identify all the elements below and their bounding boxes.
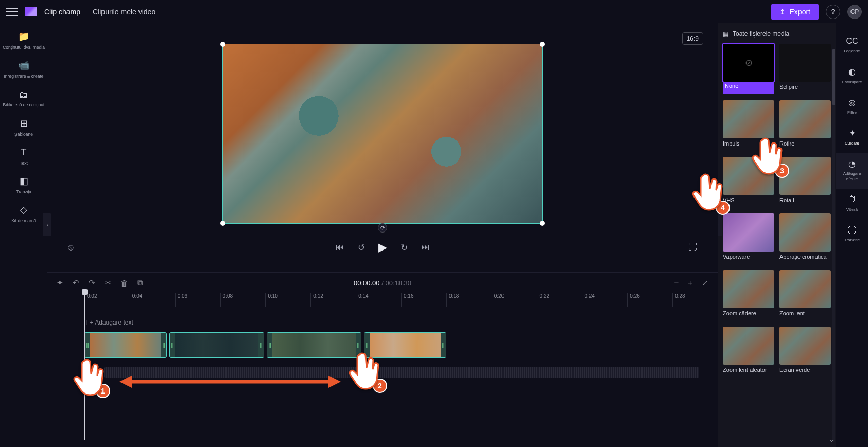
sidebar-item[interactable]: 🗂Bibliotecă de conținut <box>0 85 47 114</box>
resize-handle-tl[interactable] <box>220 42 225 47</box>
help-button[interactable]: ? <box>826 5 840 19</box>
ruler-tick: 0:20 <box>492 293 537 307</box>
timeline-clip[interactable]: |||| <box>169 332 264 358</box>
playhead[interactable] <box>84 293 85 440</box>
effect-label: Vaporware <box>723 254 774 266</box>
effect-item[interactable]: VHS <box>723 157 774 209</box>
right-nav-item[interactable]: ✦Culoare <box>836 122 868 153</box>
play-button[interactable]: ▶ <box>378 241 387 254</box>
right-nav-item[interactable]: ⏱Viteză <box>836 189 868 220</box>
panel-collapse-button[interactable]: ‹ <box>718 213 722 236</box>
redo-button[interactable]: ↷ <box>89 278 95 288</box>
nav-icon: 📹 <box>2 60 45 71</box>
rotate-handle[interactable]: ⟳ <box>378 223 387 233</box>
right-nav-item[interactable]: ◐Estompare <box>836 61 868 92</box>
nav-label: Șabloane <box>2 132 45 137</box>
effect-item[interactable]: Aberație cromatică <box>779 213 831 266</box>
sidebar-item[interactable]: 📹Înregistrare & create <box>0 56 47 85</box>
skip-forward-button[interactable]: ⏭ <box>421 242 430 253</box>
duplicate-button[interactable]: ⧉ <box>137 278 143 288</box>
right-nav-item[interactable]: CCLegende <box>836 30 868 61</box>
effect-thumbnail <box>723 213 774 252</box>
timeline-clip[interactable]: |||| <box>84 332 167 358</box>
effect-thumbnail <box>779 270 831 308</box>
effect-item[interactable]: Zoom cădere <box>723 270 774 323</box>
right-nav-item[interactable]: ⛶Tranziție <box>836 219 868 250</box>
effect-item[interactable]: Rotire <box>779 100 831 153</box>
add-audio-button[interactable]: + A <box>92 369 100 376</box>
zoom-in-button[interactable]: + <box>688 278 692 288</box>
effect-item[interactable]: Zoom lent aleator <box>723 327 774 379</box>
timeline-clip[interactable]: |||| <box>267 332 361 358</box>
rewind-5-button[interactable]: ↺ <box>358 242 365 253</box>
nav-icon: ⏱ <box>837 194 867 205</box>
right-nav-item[interactable]: ◎Filtre <box>836 92 868 122</box>
fit-button[interactable]: ⤢ <box>702 278 708 288</box>
annotation-number: 4 <box>716 201 730 215</box>
fullscreen-button[interactable]: ⛶ <box>688 242 697 253</box>
nav-label: Kit de marcă <box>2 218 45 223</box>
effect-label: Aberație cromatică <box>779 254 831 266</box>
nav-label: Bibliotecă de conținut <box>2 102 45 108</box>
nav-icon: ◧ <box>2 176 45 187</box>
sidebar-item[interactable]: TText <box>0 143 47 172</box>
sidebar-item[interactable]: 📁Conținutul dvs. media <box>0 27 47 56</box>
nav-icon: ◇ <box>2 205 45 216</box>
app-logo <box>25 7 37 16</box>
nav-icon: ⊞ <box>2 118 45 130</box>
effect-thumbnail <box>779 327 831 365</box>
resize-handle-bl[interactable] <box>220 221 225 226</box>
media-icon: ▦ <box>723 30 728 38</box>
delete-button[interactable]: 🗑 <box>120 279 128 288</box>
breadcrumb[interactable]: Clipurile mele video <box>88 6 161 18</box>
audio-waveform[interactable] <box>104 367 699 378</box>
effect-label: Zoom lent aleator <box>723 367 774 379</box>
nav-label: Text <box>2 160 45 166</box>
timeline-clip[interactable]: |||| <box>364 332 446 358</box>
avatar[interactable]: CP <box>847 5 862 19</box>
effect-item[interactable]: Impuls <box>723 100 774 153</box>
effect-thumbnail <box>723 157 774 195</box>
aspect-ratio-button[interactable]: 16:9 <box>682 32 703 45</box>
preview-canvas[interactable]: ⟳ <box>222 44 543 224</box>
nav-label: Adăugare efecte <box>837 171 867 181</box>
resize-handle-br[interactable] <box>540 221 545 226</box>
nav-icon: 📁 <box>2 31 45 43</box>
effect-label: Zoom cădere <box>723 310 774 323</box>
scrollbar[interactable] <box>832 49 835 442</box>
nav-icon: ◎ <box>837 97 867 108</box>
magic-tool-button[interactable]: ✦ <box>57 278 63 288</box>
sidebar-item[interactable]: ⊞Șabloane <box>0 114 47 143</box>
effect-item[interactable]: ⊘None <box>723 44 774 96</box>
effect-thumbnail <box>779 157 831 195</box>
effect-item[interactable]: Vaporware <box>723 213 774 266</box>
ruler-tick: 0:12 <box>310 293 356 307</box>
effect-item[interactable]: Rota l <box>779 157 831 209</box>
forward-5-button[interactable]: ↻ <box>401 242 408 253</box>
undo-button[interactable]: ↶ <box>73 278 79 288</box>
menu-button[interactable] <box>6 8 18 16</box>
add-text-button[interactable]: T + Adăugare text <box>84 319 708 326</box>
sidebar-item[interactable]: ◧Tranziții <box>0 172 47 201</box>
right-nav-item[interactable]: ◔Adăugare efecte <box>836 153 868 188</box>
ruler-tick: 0:10 <box>265 293 310 307</box>
effect-thumbnail <box>779 44 831 82</box>
export-button[interactable]: ↥ Export <box>771 4 819 20</box>
nav-label: Viteză <box>837 207 867 212</box>
skip-back-button[interactable]: ⏮ <box>336 242 344 253</box>
effect-item[interactable]: Sclipire <box>779 44 831 96</box>
effect-item[interactable]: Ecran verde <box>779 327 831 379</box>
panel-collapse-down-button[interactable]: ⌄ <box>826 435 836 444</box>
sidebar-item[interactable]: ◇Kit de marcă <box>0 201 47 229</box>
camera-off-icon[interactable]: ⦸ <box>68 242 74 253</box>
nav-label: Filtre <box>837 110 867 115</box>
split-button[interactable]: ✂ <box>105 278 111 288</box>
nav-icon: ◔ <box>837 158 867 169</box>
resize-handle-tr[interactable] <box>540 42 545 47</box>
zoom-out-button[interactable]: − <box>674 278 679 288</box>
ruler-tick: 0:28 <box>672 293 718 307</box>
effect-thumbnail <box>779 100 831 138</box>
effect-item[interactable]: Zoom lent <box>779 270 831 323</box>
effect-label: Ecran verde <box>779 367 831 379</box>
nav-label: Culoare <box>837 141 867 146</box>
